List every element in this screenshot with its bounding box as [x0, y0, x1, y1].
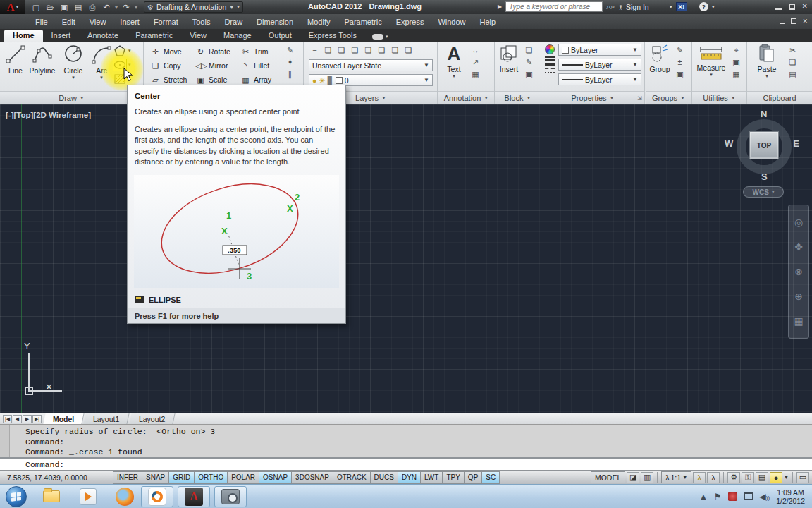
layer-prev-icon[interactable] — [389, 44, 401, 56]
status-toggle-button[interactable]: SC — [481, 471, 500, 484]
taskbar-app-button[interactable] — [141, 486, 173, 507]
menu-item[interactable]: Window — [431, 16, 472, 28]
modify-tool-button[interactable]: ✂ Trim — [240, 44, 284, 59]
help-icon[interactable]: ? — [699, 2, 708, 11]
taskbar-clock[interactable]: 1:09 AM 1/2/2012 — [776, 488, 805, 505]
drawing-canvas[interactable]: [-][Top][2D Wireframe] N S W E TOP WCS ▾… — [0, 104, 812, 413]
measure-button[interactable]: Measure ▾ — [695, 44, 727, 76]
new-file-button[interactable]: ▢ — [30, 1, 42, 13]
next-tab-button[interactable]: ▶ — [23, 415, 32, 423]
polyline-button[interactable]: Polyline — [28, 44, 56, 75]
last-tab-button[interactable]: ▶| — [32, 415, 42, 423]
modify-tool-button[interactable]: ◁▷ Mirror — [195, 59, 239, 73]
circle-dropdown-icon[interactable]: ▾ — [72, 75, 75, 79]
offset-icon[interactable] — [284, 68, 296, 80]
lineweight-icon[interactable] — [545, 56, 555, 66]
layer-isolate-icon[interactable] — [336, 44, 347, 56]
status-toggle-button[interactable]: QP — [464, 471, 481, 484]
clean-screen-icon[interactable]: ▭ — [796, 472, 809, 483]
wcs-dropdown[interactable]: WCS ▾ — [743, 186, 784, 198]
status-toggle-button[interactable]: INFER — [113, 471, 142, 484]
network-tray-icon[interactable] — [744, 492, 753, 500]
auto-annotation-scale-icon[interactable]: λ — [707, 472, 720, 483]
taskbar-explorer-button[interactable] — [39, 487, 63, 507]
menu-item[interactable]: Edit — [55, 16, 82, 28]
ribbon-tab[interactable]: Home — [4, 30, 43, 42]
layer-lock-icon[interactable] — [362, 44, 374, 56]
command-window-grip[interactable] — [0, 425, 10, 457]
menu-item[interactable]: Parametric — [337, 16, 388, 28]
save-button[interactable]: ▣ — [58, 1, 70, 13]
copy-clip-icon[interactable] — [787, 56, 799, 68]
table-icon[interactable] — [469, 68, 481, 80]
edit-attributes-icon[interactable] — [523, 68, 535, 80]
menu-item[interactable]: File — [28, 16, 55, 28]
layout-tab[interactable]: Layout2 — [129, 413, 176, 424]
toolbar-lock-icon[interactable]: ⚿ — [742, 472, 754, 483]
explode-icon[interactable] — [284, 56, 296, 68]
arc-dropdown-icon[interactable]: ▾ — [100, 75, 103, 79]
modify-tool-button[interactable]: ↻ Rotate — [195, 44, 239, 59]
line-button[interactable]: Line — [1, 44, 30, 75]
paste-dropdown-icon[interactable]: ▾ — [765, 74, 768, 78]
match-properties-icon[interactable] — [787, 68, 799, 80]
model-space-button[interactable]: MODEL — [591, 471, 625, 483]
lineweight-dropdown[interactable]: ByLayer ▼ — [558, 59, 641, 71]
viewcube-south[interactable]: S — [761, 171, 768, 182]
status-toggle-button[interactable]: TPY — [442, 471, 463, 484]
antivirus-tray-icon[interactable] — [728, 492, 737, 501]
command-history[interactable]: Specify radius of circle: <Ortho on> 3Co… — [0, 424, 812, 457]
layer-match-icon[interactable] — [376, 44, 388, 56]
application-menu-button[interactable]: A ▾ — [0, 0, 25, 14]
ribbon-tab[interactable]: Manage — [215, 30, 260, 42]
doc-close-button[interactable]: ✕ — [802, 18, 808, 25]
polygon-dropdown-icon[interactable]: ▾ — [128, 48, 131, 54]
minimize-button[interactable] — [775, 8, 782, 10]
properties-panel-label[interactable]: Properties▼ — [541, 91, 644, 104]
layer-state-dropdown[interactable]: Unsaved Layer State ▼ — [309, 59, 433, 71]
isolate-objects-icon[interactable]: ● — [770, 472, 782, 483]
layout-tab[interactable]: Layout1 — [84, 413, 130, 424]
command-input[interactable]: Command: — [0, 457, 812, 470]
hardware-acceleration-icon[interactable]: ▤ — [756, 472, 768, 483]
ribbon-minimize-button[interactable]: ▾ — [372, 34, 388, 40]
measure-dropdown-icon[interactable]: ▾ — [710, 73, 713, 76]
group-button[interactable]: Group — [646, 44, 674, 73]
quick-view-layouts-icon[interactable]: ◪ — [627, 472, 639, 483]
action-center-flag-icon[interactable]: ⚑ — [714, 492, 722, 502]
status-toggle-button[interactable]: LWT — [420, 471, 442, 484]
viewcube-north[interactable]: N — [761, 109, 767, 119]
restore-button[interactable] — [789, 4, 795, 10]
quick-select-icon[interactable] — [730, 56, 742, 68]
status-toggle-button[interactable]: SNAP — [142, 471, 168, 484]
layout-tab[interactable]: Model — [43, 413, 85, 424]
navigation-bar[interactable]: ◎ ✥ ⊗ ⊕ ▦ — [788, 205, 809, 339]
layer-freeze-icon[interactable] — [349, 44, 361, 56]
undo-dropdown-icon[interactable]: ▾ — [115, 4, 118, 11]
sign-in-button[interactable]: Sign In — [626, 3, 649, 11]
status-toggle-button[interactable]: POLAR — [227, 471, 259, 484]
erase-icon[interactable] — [284, 44, 296, 56]
group-edit-icon[interactable] — [674, 56, 686, 68]
exchange-apps-icon[interactable]: X! — [676, 2, 687, 11]
modify-tool-button[interactable]: ❏ Copy — [150, 59, 194, 73]
pan-icon[interactable]: ✥ — [794, 241, 803, 253]
status-toggle-button[interactable]: GRID — [168, 471, 194, 484]
utilities-panel-label[interactable]: Utilities▼ — [692, 91, 746, 104]
layer-walk-icon[interactable] — [402, 44, 414, 56]
quick-view-drawings-icon[interactable]: ▥ — [641, 472, 653, 483]
volume-tray-icon[interactable]: ◀)) — [760, 492, 770, 502]
status-toggle-button[interactable]: ORTHO — [194, 471, 227, 484]
first-tab-button[interactable]: |◀ — [3, 415, 12, 423]
menu-item[interactable]: Format — [147, 16, 185, 28]
redo-button[interactable]: ↷ — [120, 1, 133, 13]
menu-item[interactable]: Express — [389, 16, 431, 28]
groups-panel-label[interactable]: Groups▼ — [646, 91, 691, 104]
draw-panel-label[interactable]: Draw▼ — [0, 91, 143, 104]
color-wheel-icon[interactable] — [545, 44, 555, 54]
edit-block-icon[interactable] — [523, 56, 535, 68]
linetype-dropdown[interactable]: ByLayer ▼ — [558, 73, 641, 85]
polygon-button[interactable]: ▾ — [113, 44, 131, 57]
coordinates-display[interactable]: 7.5825, 17.4039, 0.0000 — [0, 473, 113, 482]
viewcube-top-face[interactable]: TOP — [749, 131, 779, 159]
